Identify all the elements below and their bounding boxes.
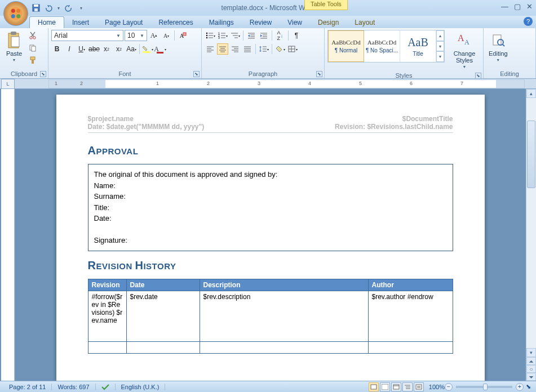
- tab-references[interactable]: References: [150, 17, 201, 28]
- format-painter-button[interactable]: [27, 55, 38, 66]
- strikethrough-button[interactable]: abe: [88, 43, 100, 55]
- table-tools-tab-header: Table Tools: [304, 0, 348, 10]
- tab-layout[interactable]: Layout: [347, 17, 383, 28]
- bold-button[interactable]: B: [51, 43, 63, 55]
- shrink-font-button[interactable]: A▾: [161, 30, 172, 41]
- scroll-thumb[interactable]: [527, 121, 535, 188]
- status-resize-icon[interactable]: ⬊: [524, 383, 533, 390]
- status-language[interactable]: English (U.K.): [116, 384, 166, 390]
- font-color-button[interactable]: A▾: [154, 43, 166, 55]
- gallery-down-icon[interactable]: ▾: [436, 41, 444, 52]
- zoom-in-button[interactable]: +: [516, 383, 524, 391]
- show-hide-button[interactable]: ¶: [291, 30, 302, 41]
- underline-button[interactable]: U▾: [76, 43, 87, 55]
- undo-dropdown-icon[interactable]: ▼: [56, 3, 61, 12]
- minimize-button[interactable]: —: [501, 2, 508, 11]
- subscript-button[interactable]: x2: [101, 43, 112, 55]
- cut-button[interactable]: [27, 30, 38, 41]
- superscript-button[interactable]: x2: [113, 43, 125, 55]
- help-icon[interactable]: ?: [524, 17, 533, 26]
- style-normal[interactable]: AaBbCcDd¶ Normal: [328, 30, 364, 62]
- table-row: [88, 341, 453, 353]
- browse-object-icon[interactable]: ○: [526, 365, 536, 373]
- maximize-button[interactable]: ▢: [514, 2, 521, 11]
- status-words[interactable]: Words: 697: [52, 384, 95, 390]
- svg-text:A: A: [458, 33, 464, 43]
- grow-font-button[interactable]: A▴: [148, 30, 160, 41]
- borders-button[interactable]: ▾: [287, 43, 298, 55]
- status-proofing-icon[interactable]: [96, 384, 116, 390]
- gallery-more-icon[interactable]: ▾: [436, 51, 444, 62]
- styles-group-label: Styles: [396, 72, 413, 79]
- outline-view-button[interactable]: [402, 382, 413, 391]
- zoom-level[interactable]: 100%: [429, 384, 445, 390]
- editing-button[interactable]: Editing ▼: [486, 30, 510, 63]
- multilevel-list-button[interactable]: ▾: [229, 30, 241, 41]
- svg-rect-73: [371, 385, 376, 389]
- vertical-scrollbar[interactable]: ▴ ▾ ⏶ ○ ⏷: [526, 89, 536, 381]
- change-styles-button[interactable]: AA Change Styles ▼: [449, 30, 480, 70]
- tab-insert[interactable]: Insert: [64, 17, 97, 28]
- scroll-down-icon[interactable]: ▾: [526, 348, 536, 357]
- tab-view[interactable]: View: [280, 17, 310, 28]
- justify-button[interactable]: [242, 43, 253, 55]
- svg-point-11: [30, 37, 32, 39]
- italic-button[interactable]: I: [64, 43, 75, 55]
- tab-selector[interactable]: L: [1, 79, 15, 89]
- qat-dropdown-icon[interactable]: ▾: [77, 3, 86, 12]
- styles-dialog-launcher[interactable]: ⬊: [475, 73, 481, 79]
- decrease-indent-button[interactable]: [246, 30, 257, 41]
- shading-button[interactable]: ▾: [274, 43, 286, 55]
- status-page[interactable]: Page: 2 of 11: [3, 384, 52, 390]
- scroll-up-icon[interactable]: ▴: [526, 89, 536, 98]
- save-icon[interactable]: [32, 3, 41, 12]
- vertical-ruler[interactable]: [1, 89, 15, 381]
- copy-button[interactable]: [27, 42, 38, 54]
- clipboard-group-label: Clipboard: [11, 70, 37, 77]
- document-page: $project.name $DocumentTitle Date: $date…: [56, 95, 485, 381]
- tab-mailings[interactable]: Mailings: [201, 17, 242, 28]
- prev-page-icon[interactable]: ⏶: [526, 357, 536, 365]
- tab-review[interactable]: Review: [242, 17, 280, 28]
- align-right-button[interactable]: [229, 43, 241, 55]
- redo-icon[interactable]: [64, 3, 73, 12]
- undo-icon[interactable]: [44, 3, 53, 12]
- line-spacing-button[interactable]: ▾: [258, 43, 269, 55]
- draft-view-button[interactable]: [414, 382, 424, 391]
- align-center-button[interactable]: [217, 43, 228, 55]
- office-button[interactable]: [3, 1, 28, 26]
- style-no-spacing[interactable]: AaBbCcDd¶ No Spaci...: [364, 30, 400, 62]
- style-gallery[interactable]: AaBbCcDd¶ Normal AaBbCcDd¶ No Spaci... A…: [327, 30, 445, 63]
- clear-formatting-button[interactable]: A: [177, 30, 188, 41]
- clipboard-dialog-launcher[interactable]: ⬊: [40, 71, 46, 77]
- header-project-name: $project.name: [88, 115, 134, 123]
- numbering-button[interactable]: 123▾: [217, 30, 228, 41]
- web-layout-view-button[interactable]: [391, 382, 401, 391]
- font-dialog-launcher[interactable]: ⬊: [193, 71, 200, 77]
- font-name-combo[interactable]: Arial▼: [51, 30, 123, 41]
- close-button[interactable]: ✕: [526, 2, 533, 11]
- highlight-button[interactable]: ▾: [142, 43, 153, 55]
- bullets-button[interactable]: ▾: [205, 30, 216, 41]
- print-layout-view-button[interactable]: [369, 382, 379, 391]
- horizontal-ruler[interactable]: 1 2 1 2 3 4 5 6 7: [48, 79, 525, 88]
- svg-rect-20: [183, 33, 186, 35]
- zoom-slider[interactable]: [456, 386, 512, 388]
- change-case-button[interactable]: Aa▾: [126, 43, 137, 55]
- svg-point-4: [16, 14, 20, 18]
- paragraph-dialog-launcher[interactable]: ⬊: [316, 71, 322, 77]
- tab-design[interactable]: Design: [310, 17, 347, 28]
- gallery-up-icon[interactable]: ▴: [436, 30, 444, 41]
- paste-button[interactable]: Paste ▼: [3, 30, 25, 63]
- increase-indent-button[interactable]: [258, 30, 269, 41]
- style-title[interactable]: AaBTitle: [400, 30, 436, 62]
- align-left-button[interactable]: [205, 43, 216, 55]
- approval-box: The original of this document is approve…: [88, 164, 453, 251]
- tab-home[interactable]: Home: [29, 16, 64, 28]
- full-screen-view-button[interactable]: [380, 382, 390, 391]
- next-page-icon[interactable]: ⏷: [526, 373, 536, 381]
- font-size-combo[interactable]: 10▼: [125, 30, 147, 41]
- sort-button[interactable]: AZ↓: [274, 30, 286, 41]
- zoom-out-button[interactable]: −: [445, 383, 453, 391]
- tab-page-layout[interactable]: Page Layout: [97, 17, 150, 28]
